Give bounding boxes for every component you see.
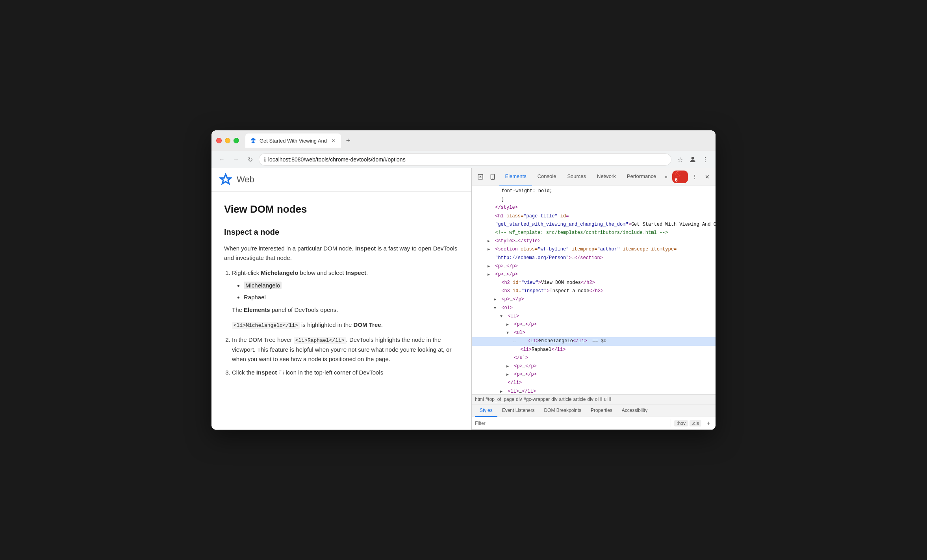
breadcrumb-div2[interactable]: div (551, 397, 557, 402)
dom-line: "http://schema.org/Person">…</section> (472, 254, 716, 262)
filter-tags: :hov .cls (674, 420, 701, 426)
bp-tab-dom-breakpoints[interactable]: DOM Breakpoints (539, 404, 586, 417)
webpage-panel: Web View DOM nodes Inspect a node When y… (211, 168, 471, 430)
new-tab-button[interactable]: + (343, 135, 354, 146)
traffic-lights (216, 138, 239, 143)
bp-tab-styles[interactable]: Styles (475, 404, 497, 417)
step1-text-mid: below and select (298, 269, 345, 276)
triangle-icon[interactable] (488, 272, 492, 278)
breadcrumb-article1[interactable]: article (559, 397, 571, 402)
bp-tab-event-listeners[interactable]: Event Listeners (497, 404, 540, 417)
devtools-inspect-icon[interactable] (475, 171, 486, 182)
dollar-zero: == $0 (592, 338, 606, 344)
step3-icon-placeholder: ⬚ icon in the top-left corner of DevTool… (277, 369, 383, 376)
triangle-icon[interactable] (506, 322, 511, 328)
bookmark-button[interactable]: ☆ (675, 154, 686, 165)
dom-tree: font-weight: bold; } </style> <h1 class=… (472, 185, 716, 394)
triangle-icon[interactable] (506, 363, 511, 370)
triangle-icon[interactable] (506, 372, 511, 378)
dom-line: </style> (472, 204, 716, 212)
tab-close-button[interactable]: ✕ (330, 137, 336, 144)
step1-elements-bold: Elements (244, 306, 270, 313)
maximize-traffic-light[interactable] (234, 138, 239, 143)
triangle-icon[interactable] (494, 305, 499, 312)
dom-line: <!-- wf_template: src/templates/contribu… (472, 229, 716, 237)
browser-window: Get Started With Viewing And ✕ + ← → ↻ ℹ… (211, 130, 716, 430)
close-traffic-light[interactable] (216, 138, 222, 143)
michelangelo-item: Michelangelo (244, 281, 459, 290)
breadcrumb-div1[interactable]: div (516, 397, 522, 402)
account-button[interactable] (687, 154, 698, 165)
nav-actions: ☆ ⋮ (675, 154, 711, 165)
filter-tag-cls[interactable]: .cls (690, 420, 701, 426)
dom-line: <style>…</style> (472, 237, 716, 245)
step-3: Click the Inspect ⬚ icon in the top-left… (232, 368, 459, 377)
dom-line: <li>…</li> (472, 388, 716, 395)
breadcrumb-gc-wrapper[interactable]: #gc-wrapper (523, 397, 550, 402)
steps-list: Right-click Michelangelo below and selec… (224, 268, 459, 378)
devtools-close-button[interactable]: ✕ (702, 171, 712, 182)
dom-line: font-weight: bold; (472, 187, 716, 195)
svg-rect-2 (491, 174, 494, 179)
tab-console[interactable]: Console (532, 168, 562, 185)
breadcrumb-html[interactable]: html (475, 397, 484, 402)
triangle-icon[interactable] (500, 389, 505, 395)
intro-bold: Inspect (355, 245, 376, 252)
svg-point-0 (692, 157, 694, 159)
filter-input[interactable] (475, 421, 667, 426)
tab-performance[interactable]: Performance (621, 168, 662, 185)
breadcrumb-li1[interactable]: li (600, 397, 602, 402)
step2-text-before: In the DOM Tree hover (232, 336, 294, 343)
devtools-toolbar-right: 🚫 6 ⋮ ✕ (672, 171, 712, 183)
address-bar[interactable]: ℹ localhost:8080/web/tools/chrome-devtoo… (259, 153, 671, 166)
tab-network[interactable]: Network (591, 168, 621, 185)
breadcrumb-article2[interactable]: article (573, 397, 586, 402)
triangle-icon[interactable] (494, 297, 499, 303)
bp-tab-properties[interactable]: Properties (586, 404, 617, 417)
webpage-header: Web (211, 168, 471, 192)
dom-line-michelangelo[interactable]: … <li>Michelangelo</li> == $0 (472, 337, 716, 345)
back-button[interactable]: ← (216, 154, 227, 165)
triangle-icon[interactable] (488, 247, 492, 253)
breadcrumb-div3[interactable]: div (588, 397, 593, 402)
dom-line: <h2 id="view">View DOM nodes</h2> (472, 279, 716, 287)
tab-sources[interactable]: Sources (562, 168, 591, 185)
error-badge: 🚫 6 (672, 171, 688, 183)
site-logo (219, 173, 232, 186)
dom-line: <p>…</p> (472, 371, 716, 379)
filter-add-button[interactable]: + (705, 419, 712, 427)
bp-tab-accessibility[interactable]: Accessibility (617, 404, 652, 417)
active-tab[interactable]: Get Started With Viewing And ✕ (245, 134, 341, 148)
step1-text-end: . (366, 269, 368, 276)
tab-elements[interactable]: Elements (499, 168, 532, 185)
triangle-icon[interactable] (488, 238, 492, 245)
step3-bold: Inspect (256, 369, 277, 376)
secure-icon: ℹ (264, 156, 266, 163)
forward-button[interactable]: → (230, 154, 241, 165)
breadcrumb-li2[interactable]: li (609, 397, 611, 402)
breadcrumb-ul[interactable]: ul (604, 397, 608, 402)
breadcrumb-ol[interactable]: ol (595, 397, 599, 402)
triangle-icon[interactable] (500, 313, 505, 320)
step1-bold1: Michelangelo (261, 269, 298, 276)
menu-button[interactable]: ⋮ (700, 154, 711, 165)
step-1: Right-click Michelangelo below and selec… (232, 268, 459, 330)
dom-line: "get_started_with_viewing_and_changing_t… (472, 221, 716, 229)
raphael-item: Raphael (244, 293, 459, 302)
filter-bar: :hov .cls + (472, 417, 716, 430)
tab-favicon-icon (250, 137, 256, 144)
intro-text: When you're interested in a particular D… (224, 245, 355, 252)
dom-line: <p>…</p> (472, 271, 716, 279)
more-tabs-button[interactable]: » (662, 174, 671, 180)
dom-line: <p>…</p> (472, 321, 716, 329)
reload-button[interactable]: ↻ (245, 154, 256, 165)
devtools-device-icon[interactable] (487, 171, 498, 182)
triangle-icon[interactable] (506, 330, 511, 336)
devtools-menu-button[interactable]: ⋮ (690, 171, 700, 182)
breadcrumb-top[interactable]: #top_of_page (486, 397, 514, 402)
step1-followup: The Elements panel of DevTools opens. (232, 305, 459, 315)
step-2: In the DOM Tree hover <li>Raphael</li>. … (232, 335, 459, 364)
minimize-traffic-light[interactable] (225, 138, 230, 143)
triangle-icon[interactable] (488, 263, 492, 270)
filter-tag-hov[interactable]: :hov (674, 420, 688, 426)
